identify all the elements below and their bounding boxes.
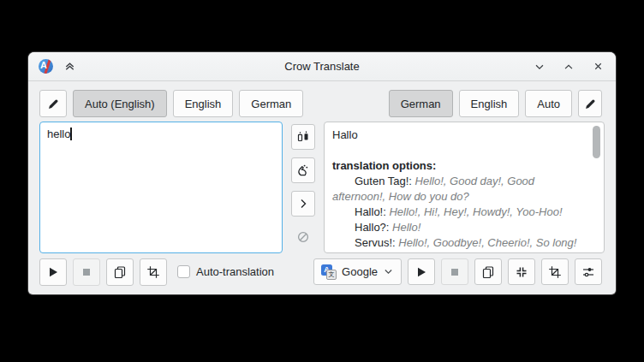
double-chevron-up-icon — [63, 60, 76, 73]
titlebar[interactable]: Crow Translate A — [28, 52, 616, 81]
pencil-icon — [47, 98, 60, 110]
crop-icon — [548, 265, 562, 279]
translation-option: Servus!: Hello!, Goodbye!, Cheerio!, So … — [332, 235, 585, 251]
translation-panes: hello — [39, 122, 605, 253]
middle-button-column — [283, 122, 324, 253]
chevron-up-icon — [563, 61, 575, 73]
pointing-hand-button[interactable] — [291, 157, 315, 183]
settings-button[interactable] — [575, 258, 602, 285]
target-lang-german-button[interactable]: German — [389, 90, 453, 117]
window-title: Crow Translate — [28, 60, 616, 73]
option-term: Hallo?: — [355, 221, 389, 234]
option-translations: Hello!, Goodbye!, Cheerio!, So long! — [398, 236, 576, 249]
chevron-down-icon — [534, 61, 546, 73]
cancel-button — [291, 224, 315, 250]
play-translation-button[interactable] — [408, 258, 435, 285]
stop-translation-button — [441, 258, 468, 285]
edit-target-languages-button[interactable] — [578, 90, 602, 117]
auto-translation-checkbox[interactable] — [177, 265, 190, 278]
source-lang-english-button[interactable]: English — [173, 90, 234, 117]
engine-select[interactable]: A 文 Google — [313, 258, 402, 285]
translate-button[interactable] — [291, 191, 315, 217]
chevron-down-icon — [383, 266, 394, 277]
text-caret — [70, 128, 72, 140]
app-icon[interactable]: A — [39, 59, 53, 74]
close-button[interactable] — [590, 59, 605, 74]
scrollbar-thumb[interactable] — [593, 126, 600, 158]
auto-translation-label: Auto-translation — [196, 265, 274, 278]
sliders-icon — [581, 265, 595, 279]
source-text-area[interactable]: hello — [39, 122, 283, 253]
minimize-button[interactable] — [532, 59, 547, 74]
maximize-button[interactable] — [561, 59, 576, 74]
stop-icon — [448, 265, 462, 279]
desktop-background: Crow Translate A — [0, 0, 644, 362]
translation-scrollbar[interactable] — [593, 126, 600, 249]
target-lang-auto-button[interactable]: Auto — [525, 90, 572, 117]
source-text: hello — [47, 128, 70, 140]
option-translations: Hello!, Hi!, Hey!, Howdy!, Yoo-Hoo! — [389, 205, 562, 218]
pointing-hand-icon — [296, 163, 310, 177]
swap-icon — [296, 130, 310, 144]
cancel-icon — [296, 230, 310, 244]
main-content: Auto (English) English German German Eng… — [28, 81, 616, 294]
bottom-controls: Auto-translation A 文 Google — [39, 258, 602, 285]
play-icon — [414, 265, 428, 279]
copy-icon — [113, 265, 127, 279]
translation-option: Hallo!: Hello!, Hi!, Hey!, Howdy!, Yoo-H… — [332, 205, 585, 220]
play-source-button[interactable] — [39, 258, 67, 286]
translation-option: Hallo?: Hello! — [332, 220, 585, 235]
stop-icon — [80, 265, 93, 279]
swap-languages-button[interactable] — [291, 124, 315, 150]
corners-inward-icon — [515, 265, 528, 279]
translation-text-area[interactable]: Hallo translation options: Guten Tag!: H… — [324, 122, 605, 253]
translation-text: Hallo — [332, 128, 585, 143]
edit-source-languages-button[interactable] — [39, 90, 67, 117]
source-lang-auto-button[interactable]: Auto (English) — [73, 90, 167, 117]
source-lang-german-button[interactable]: German — [239, 90, 303, 117]
pencil-icon — [584, 98, 597, 110]
source-crop-button[interactable] — [140, 258, 167, 286]
copy-icon — [481, 265, 495, 279]
option-term: Hallo!: — [355, 205, 386, 218]
close-x-icon — [593, 61, 604, 72]
option-translations: Hello! — [392, 221, 420, 234]
chevron-right-icon — [296, 197, 310, 211]
target-lang-english-button[interactable]: English — [459, 90, 520, 117]
language-toolbar: Auto (English) English German German Eng… — [39, 90, 602, 117]
engine-label: Google — [342, 265, 378, 278]
translation-option: Guten Tag!: Hello!, Good day!, Good afte… — [332, 174, 585, 205]
fit-window-button[interactable] — [508, 258, 535, 285]
translation-options-header: translation options: — [332, 158, 585, 174]
option-term: Guten Tag!: — [355, 175, 412, 187]
option-term: Servus!: — [355, 236, 396, 249]
translation-crop-button[interactable] — [541, 258, 569, 285]
crow-translate-window: Crow Translate A — [28, 52, 616, 294]
keep-above-button[interactable] — [62, 59, 77, 74]
stop-source-button — [73, 258, 100, 286]
crop-icon — [146, 265, 160, 279]
copy-source-button[interactable] — [106, 258, 134, 286]
play-icon — [46, 265, 60, 279]
google-translate-icon: A 文 — [321, 264, 337, 280]
copy-translation-button[interactable] — [474, 258, 502, 285]
